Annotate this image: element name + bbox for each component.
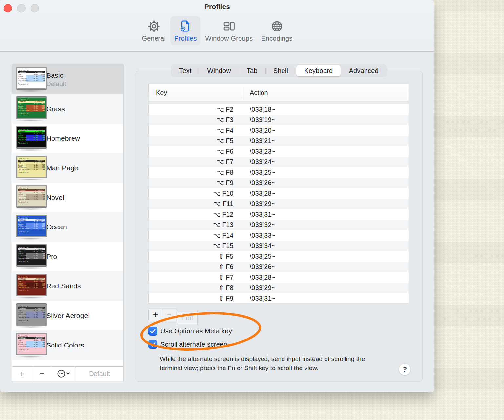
profile-list-item[interactable]: Terminal1#COMMAND%CPURPRVTtop4.1%231KXco… — [12, 124, 123, 153]
use-option-as-meta-label: Use Option as Meta key — [160, 327, 232, 335]
table-row[interactable]: ⌥ F4 \033[20~ — [149, 125, 409, 136]
table-row[interactable]: ⌥ F3 \033[19~ — [149, 115, 409, 125]
globe-icon — [270, 19, 284, 33]
action-cell: \033[33~ — [242, 232, 275, 239]
key-cell: ⌥ F6 — [149, 148, 242, 155]
action-cell: \033[24~ — [242, 158, 275, 166]
profile-thumbnail: Terminal1#COMMAND%CPURPRVTtop4.1%231KXco… — [12, 215, 46, 240]
add-profile-button[interactable]: + — [12, 367, 32, 381]
document-gear-icon — [178, 19, 193, 33]
tab-shell[interactable]: Shell — [265, 65, 296, 77]
profile-thumbnail: Terminal1#COMMAND%CPURPRVTtop4.1%231KXco… — [12, 244, 46, 269]
more-options-button[interactable] — [52, 367, 75, 381]
table-row-partial — [149, 101, 409, 104]
profile-list-item[interactable]: Terminal1#COMMAND%CPURPRVTtop4.1%231KXco… — [12, 183, 123, 212]
toolbar-label-encodings: Encodings — [261, 35, 292, 42]
table-row[interactable]: ⌥ F13 \033[32~ — [149, 220, 409, 230]
column-divider — [242, 87, 242, 98]
table-row[interactable]: ⌥ F8 \033[25~ — [149, 167, 409, 178]
profile-list-item[interactable]: Terminal1#COMMAND%CPURPRVTtop4.1%231KXco… — [12, 153, 123, 183]
profile-list-item[interactable]: Terminal1#COMMAND%CPURPRVTtop4.1%231KXco… — [12, 212, 123, 242]
help-button[interactable]: ? — [399, 363, 411, 375]
thumbnail-shadow — [16, 297, 45, 299]
thumbnail-shadow — [16, 238, 45, 240]
action-cell: \033[26~ — [242, 179, 275, 187]
action-cell: \033[25~ — [242, 169, 275, 176]
profile-thumbnail: Terminal1#COMMAND%CPURPRVTtop4.1%231KXco… — [12, 67, 46, 92]
action-cell: \033[34~ — [242, 242, 275, 250]
key-cell: ⌥ F5 — [149, 137, 242, 145]
action-cell: \033[31~ — [242, 295, 275, 302]
profile-sidebar: Terminal1#COMMAND%CPURPRVTtop4.1%231KXco… — [12, 64, 124, 381]
action-cell: \033[21~ — [242, 137, 275, 145]
profile-list-item[interactable]: Terminal1#COMMAND%CPURPRVTtop4.1%231KXco… — [12, 301, 123, 330]
profile-name: Solid Colors — [46, 341, 84, 349]
profile-list-item[interactable]: Terminal1#COMMAND%CPURPRVTtop4.1%231KXco… — [12, 330, 123, 360]
table-row[interactable]: ⌥ F7 \033[24~ — [149, 157, 409, 167]
thumbnail-shadow — [16, 178, 45, 180]
profile-subtitle: Default — [46, 80, 66, 88]
action-cell: \033[29~ — [242, 284, 275, 292]
toolbar-item-profiles[interactable]: Profiles — [170, 16, 200, 45]
profile-list-item[interactable]: Terminal1#COMMAND%CPURPRVTtop4.1%231KXco… — [12, 271, 123, 301]
table-row[interactable]: ⇧ F9 \033[31~ — [149, 293, 409, 303]
keyboard-shortcut-table[interactable]: Key Action ⌥ F2 \033[18~ ⌥ F3 \033[19~ ⌥… — [148, 84, 409, 303]
table-row[interactable]: ⌥ F9 \033[26~ — [149, 178, 409, 188]
profile-list-item[interactable]: Terminal1#COMMAND%CPURPRVTtop4.1%231KXco… — [12, 94, 123, 124]
set-default-button[interactable]: Default — [75, 367, 123, 381]
profile-list-item[interactable]: Terminal1#COMMAND%CPURPRVTtop4.1%231KXco… — [12, 242, 123, 271]
table-row[interactable]: ⌥ F14 \033[33~ — [149, 230, 409, 241]
profile-thumbnail: Terminal1#COMMAND%CPURPRVTtop4.1%231KXco… — [12, 185, 46, 210]
action-cell: \033[20~ — [242, 127, 275, 134]
use-option-as-meta-checkbox[interactable] — [148, 327, 157, 336]
key-cell: ⌥ F15 — [149, 242, 242, 250]
tab-advanced[interactable]: Advanced — [341, 65, 387, 77]
table-row[interactable]: ⇧ F8 \033[29~ — [149, 283, 409, 293]
thumbnail-shadow — [16, 267, 45, 269]
profile-name: Novel — [46, 194, 64, 201]
gear-icon — [147, 19, 161, 33]
key-cell: ⌥ F8 — [149, 169, 242, 176]
thumbnail-shadow — [16, 149, 45, 151]
profile-name: Ocean — [46, 223, 67, 231]
action-cell: \033[23~ — [242, 148, 275, 155]
table-row[interactable]: ⌥ F15 \033[34~ — [149, 241, 409, 251]
table-row[interactable]: ⌥ F2 \033[18~ — [149, 104, 409, 115]
add-key-button[interactable]: + — [148, 309, 162, 321]
tab-tab[interactable]: Tab — [239, 65, 265, 77]
table-row[interactable]: ⌥ F10 \033[28~ — [149, 188, 409, 199]
key-cell: ⇧ F6 — [149, 263, 242, 271]
key-cell: ⌥ F13 — [149, 221, 242, 229]
profile-thumbnail: Terminal1#COMMAND%CPURPRVTtop4.1%231KXco… — [12, 333, 46, 358]
toolbar-item-window-groups[interactable]: Window Groups — [201, 16, 257, 45]
tab-window[interactable]: Window — [199, 65, 239, 77]
tab-keyboard[interactable]: Keyboard — [296, 65, 341, 76]
edit-key-button[interactable]: Edit — [177, 311, 198, 325]
table-row[interactable]: ⌥ F12 \033[31~ — [149, 209, 409, 220]
profile-thumbnail: Terminal1#COMMAND%CPURPRVTtop4.1%231KXco… — [12, 304, 46, 328]
table-row[interactable]: ⌥ F11 \033[29~ — [149, 199, 409, 209]
toolbar-item-general[interactable]: General — [138, 16, 170, 45]
key-cell: ⇧ F5 — [149, 253, 242, 260]
remove-key-button[interactable]: − — [162, 309, 176, 321]
thumbnail-shadow — [16, 326, 45, 328]
table-row[interactable]: ⇧ F6 \033[26~ — [149, 262, 409, 272]
scroll-alternate-screen-checkbox[interactable] — [148, 340, 157, 349]
key-cell: ⇧ F9 — [149, 295, 242, 302]
profile-tabs: TextWindowTabShellKeyboardAdvanced — [171, 65, 387, 77]
remove-profile-button[interactable]: − — [32, 367, 52, 381]
profile-list: Terminal1#COMMAND%CPURPRVTtop4.1%231KXco… — [12, 65, 123, 366]
action-cell: \033[19~ — [242, 116, 275, 124]
table-row[interactable]: ⌥ F6 \033[23~ — [149, 146, 409, 157]
key-cell: ⌥ F10 — [149, 190, 242, 197]
table-row[interactable]: ⌥ F5 \033[21~ — [149, 136, 409, 146]
key-cell: ⌥ F3 — [149, 116, 242, 124]
toolbar-item-encodings[interactable]: Encodings — [257, 16, 296, 45]
tab-text[interactable]: Text — [171, 65, 199, 77]
profile-list-item[interactable]: Terminal1#COMMAND%CPURPRVTtop4.1%231KXco… — [12, 65, 123, 94]
table-row[interactable]: ⇧ F5 \033[25~ — [149, 251, 409, 262]
profile-thumbnail: Terminal1#COMMAND%CPURPRVTtop4.1%231KXco… — [12, 274, 46, 299]
action-cell: \033[28~ — [242, 274, 275, 281]
profile-name: Red Sands — [46, 282, 81, 290]
table-row[interactable]: ⇧ F7 \033[28~ — [149, 272, 409, 283]
